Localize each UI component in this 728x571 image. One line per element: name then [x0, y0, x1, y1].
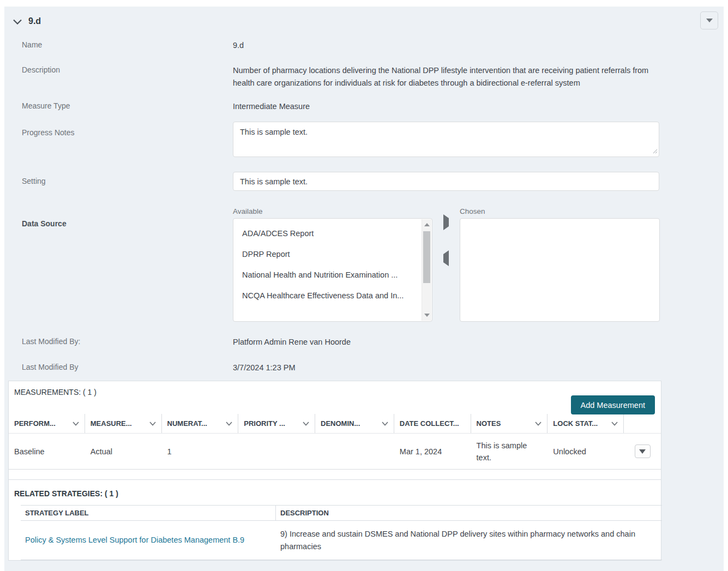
measure-detail-panel: 9.d Name 9.d Description Number of pharm… [4, 7, 724, 571]
scroll-down-icon[interactable] [422, 311, 432, 320]
chevron-down-icon [706, 19, 713, 22]
column-header-performance[interactable]: PERFORM... [9, 414, 85, 433]
measurements-table: PERFORM... MEASURE... NUMERAT... PRIORIT… [9, 414, 661, 470]
setting-label: Setting [22, 172, 233, 185]
chevron-down-icon[interactable] [226, 422, 232, 426]
progress-notes-label: Progress Notes [22, 122, 233, 137]
add-measurement-button[interactable]: Add Measurement [571, 395, 655, 414]
field-setting: Setting [22, 172, 724, 191]
chevron-down-icon[interactable] [611, 422, 618, 426]
chevron-down-icon[interactable] [535, 422, 542, 426]
list-item[interactable]: National Health and Nutrition Examinatio… [233, 265, 432, 285]
field-name: Name 9.d [22, 39, 724, 52]
measurements-title: MEASUREMENTS: ( 1 ) [9, 381, 661, 396]
section-menu-button[interactable] [700, 11, 718, 29]
setting-input[interactable] [233, 172, 659, 191]
column-header-lock-status[interactable]: LOCK STAT... [547, 414, 624, 433]
table-row[interactable]: Policy & Systems Level Support for Diabe… [21, 521, 662, 560]
chevron-down-icon[interactable] [303, 422, 309, 426]
chosen-listbox[interactable] [460, 218, 660, 322]
strategy-description: 9) Increase and sustain DSMES and Nation… [276, 524, 662, 557]
column-header-actions [624, 414, 661, 433]
chevron-down-icon [639, 449, 646, 454]
last-modified-date-label: Last Modified By [22, 362, 233, 371]
progress-notes-textarea[interactable]: This is sample text. [233, 122, 659, 157]
list-item[interactable]: NCQA Healthcare Effectiveness Data and I… [233, 285, 432, 306]
measure-type-value: Intermediate Measure [233, 100, 659, 113]
related-strategies-title: RELATED STRATEGIES: ( 1 ) [9, 480, 661, 505]
cell-measure: Actual [85, 442, 162, 461]
column-header-priority[interactable]: PRIORITY ... [238, 414, 315, 433]
page-title: 9.d [28, 16, 41, 26]
name-value: 9.d [233, 39, 659, 52]
field-description: Description Number of pharmacy locations… [22, 64, 724, 89]
cell-notes: This is sample text. [471, 436, 548, 467]
scroll-up-icon[interactable] [422, 220, 432, 229]
column-header-description: DESCRIPTION [276, 506, 662, 520]
move-right-button[interactable] [441, 220, 451, 225]
measurements-table-header: PERFORM... MEASURE... NUMERAT... PRIORIT… [9, 414, 661, 434]
name-label: Name [22, 39, 233, 49]
data-source-label: Data Source [22, 207, 233, 228]
strategy-link[interactable]: Policy & Systems Level Support for Diabe… [25, 536, 244, 544]
list-item[interactable]: DPRP Report [233, 244, 432, 265]
arrow-left-icon [443, 250, 449, 266]
cell-performance: Baseline [9, 442, 85, 461]
table-row[interactable]: Baseline Actual 1 Mar 1, 2024 This is sa… [9, 434, 661, 470]
last-modified-date-value: 3/7/2024 1:23 PM [233, 362, 659, 374]
records-panel: MEASUREMENTS: ( 1 ) Add Measurement PERF… [8, 381, 661, 561]
related-strategies-table: STRATEGY LABEL DESCRIPTION Policy & Syst… [21, 505, 662, 560]
cell-numerator: 1 [162, 442, 239, 461]
cell-lock-status: Unlocked [547, 442, 624, 461]
listbox-scrollbar[interactable] [422, 219, 431, 321]
cell-priority [238, 448, 315, 455]
chevron-down-icon[interactable] [73, 422, 79, 426]
related-strategies-header: STRATEGY LABEL DESCRIPTION [21, 505, 662, 521]
chosen-label: Chosen [460, 207, 660, 215]
chevron-down-icon[interactable] [149, 422, 156, 426]
move-left-button[interactable] [441, 256, 451, 261]
chevron-down-icon[interactable] [382, 422, 388, 426]
column-header-date-collected[interactable]: DATE COLLECT... [394, 414, 471, 433]
field-last-modified-date: Last Modified By 3/7/2024 1:23 PM [22, 362, 724, 374]
last-modified-by-user-label: Last Modified By: [22, 336, 233, 346]
field-progress-notes: Progress Notes This is sample text. [22, 122, 724, 159]
measure-type-label: Measure Type [22, 100, 233, 110]
column-header-strategy-label: STRATEGY LABEL [21, 506, 276, 520]
field-measure-type: Measure Type Intermediate Measure [22, 100, 724, 113]
field-last-modified-by-user: Last Modified By: Platform Admin Rene va… [22, 336, 724, 348]
data-source-dual-listbox: Available ADA/ADCES Report DPRP Report N… [233, 207, 659, 322]
cell-denominator [315, 448, 394, 455]
column-header-numerator[interactable]: NUMERAT... [162, 414, 239, 433]
column-header-measure[interactable]: MEASURE... [85, 414, 162, 433]
collapse-chevron-icon[interactable] [13, 19, 22, 25]
arrow-right-icon [443, 214, 449, 230]
column-header-denominator[interactable]: DENOMIN... [315, 414, 394, 433]
available-listbox[interactable]: ADA/ADCES Report DPRP Report National He… [233, 218, 432, 322]
column-header-notes[interactable]: NOTES [471, 414, 548, 433]
row-actions-button[interactable] [635, 444, 651, 458]
last-modified-by-user-value: Platform Admin Rene van Hoorde [233, 336, 659, 348]
description-value: Number of pharmacy locations delivering … [233, 64, 659, 89]
measure-form: Name 9.d Description Number of pharmacy … [4, 39, 724, 374]
list-item[interactable]: ADA/ADCES Report [233, 223, 432, 244]
field-data-source: Data Source Available ADA/ADCES Report D… [22, 207, 724, 322]
available-label: Available [233, 207, 432, 215]
description-label: Description [22, 64, 233, 74]
cell-date-collected: Mar 1, 2024 [394, 442, 471, 461]
section-header: 9.d [4, 7, 724, 31]
scrollbar-thumb[interactable] [423, 231, 430, 283]
